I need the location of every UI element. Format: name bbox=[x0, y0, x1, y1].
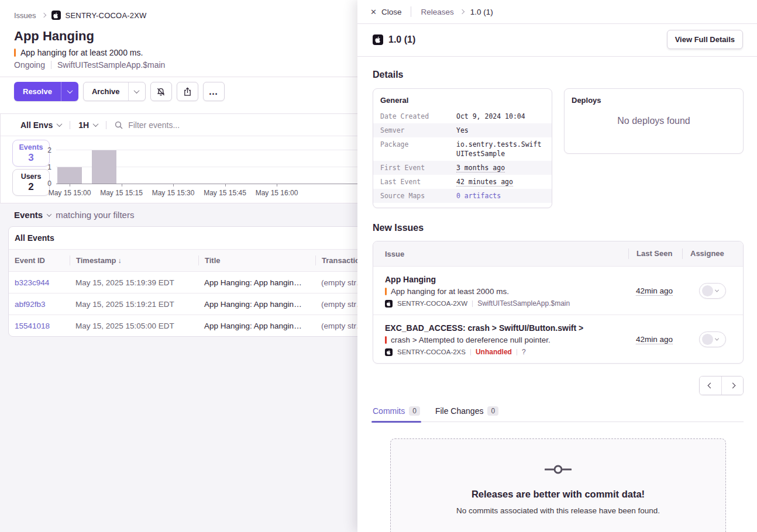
issue-row-main: App Hanging App hanging for at least 200… bbox=[373, 274, 628, 308]
release-tabs: Commits 0 File Changes 0 bbox=[373, 406, 744, 422]
general-card-title: General bbox=[373, 89, 552, 109]
event-title: App Hanging: App hangin… bbox=[198, 300, 315, 309]
archive-split-button[interactable]: Archive bbox=[83, 82, 146, 101]
general-row-label: Last Event bbox=[380, 177, 456, 186]
event-id-link[interactable]: b323c944 bbox=[15, 278, 49, 287]
issue-row: EXC_BAD_ACCESS: crash > SwiftUI/Button.s… bbox=[373, 315, 743, 363]
issue-last-seen: 42min ago bbox=[628, 335, 682, 344]
resolve-button[interactable]: Resolve bbox=[14, 82, 61, 101]
divider bbox=[517, 349, 517, 355]
chevron-left-icon bbox=[708, 383, 714, 389]
more-actions-button[interactable]: … bbox=[203, 82, 225, 101]
general-card: General Date Created Oct 9, 2024 10:04 S… bbox=[373, 88, 552, 208]
issue-row: App Hanging App hanging for at least 200… bbox=[373, 266, 743, 315]
column-title[interactable]: Title bbox=[198, 255, 315, 265]
resolve-split-button[interactable]: Resolve bbox=[14, 82, 78, 101]
chevron-right-icon bbox=[41, 13, 46, 18]
breadcrumb-short-id: SENTRY-COCOA-2XW bbox=[66, 11, 147, 20]
divider bbox=[106, 121, 106, 129]
general-row-label: Date Created bbox=[380, 112, 456, 121]
event-title: App Hanging: App hangin… bbox=[198, 278, 315, 287]
chevron-down-icon bbox=[57, 121, 63, 127]
breadcrumb-releases-link[interactable]: Releases bbox=[421, 8, 453, 16]
time-range-filter[interactable]: 1H bbox=[78, 120, 98, 130]
column-event-id[interactable]: Event ID bbox=[9, 256, 70, 265]
archive-button[interactable]: Archive bbox=[84, 82, 128, 101]
pagination-group bbox=[699, 376, 744, 395]
new-issues-heading: New Issues bbox=[373, 223, 744, 233]
next-page-button[interactable] bbox=[721, 376, 743, 395]
event-id-link[interactable]: abf92fb3 bbox=[15, 300, 46, 309]
event-timestamp: May 15, 2025 15:19:39 EDT bbox=[70, 278, 198, 287]
issue-row-title-link[interactable]: App Hanging bbox=[385, 274, 622, 285]
issue-status: Ongoing bbox=[14, 60, 45, 70]
slideover-body: Details General Date Created Oct 9, 2024… bbox=[357, 57, 757, 532]
level-warning-bar bbox=[14, 49, 16, 57]
mute-button[interactable] bbox=[150, 82, 172, 101]
view-full-details-button[interactable]: View Full Details bbox=[667, 30, 743, 49]
issue-row-main: EXC_BAD_ACCESS: crash > SwiftUI/Button.s… bbox=[373, 323, 628, 356]
general-row: Last Event 42 minutes ago bbox=[373, 175, 552, 189]
slideover-breadcrumb: Releases 1.0 (1) bbox=[421, 8, 493, 16]
tab-commits[interactable]: Commits 0 bbox=[373, 406, 420, 422]
events-chart-plot: 012May 15 15:00May 15 15:15May 15 15:30M… bbox=[56, 151, 366, 184]
divider bbox=[470, 349, 471, 355]
event-timestamp: May 15, 2025 15:05:00 EDT bbox=[70, 322, 198, 330]
column-assignee: Assignee bbox=[682, 248, 743, 259]
avatar bbox=[702, 334, 713, 345]
release-name-row: 1.0 (1) bbox=[373, 34, 415, 45]
details-heading: Details bbox=[373, 70, 744, 80]
release-version: 1.0 (1) bbox=[388, 34, 415, 45]
chevron-down-icon[interactable] bbox=[47, 212, 51, 216]
issue-context-tag: SwiftUITestSampleApp.$main bbox=[477, 299, 570, 308]
resolve-dropdown-button[interactable] bbox=[61, 82, 78, 101]
deploys-empty-message: No deploys found bbox=[565, 89, 743, 153]
issue-row-message: crash > Attempted to dereference null po… bbox=[385, 336, 622, 344]
divider bbox=[472, 300, 473, 307]
previous-page-button[interactable] bbox=[700, 376, 721, 395]
bell-slash-icon bbox=[156, 87, 166, 96]
event-id-link[interactable]: 15541018 bbox=[15, 322, 50, 330]
breadcrumb-release-version: 1.0 (1) bbox=[470, 8, 493, 16]
issue-short-id: SENTRY-COCOA-2XW bbox=[397, 300, 467, 307]
deploys-card: Deploys No deploys found bbox=[564, 88, 744, 154]
general-row-value: Yes bbox=[456, 126, 545, 135]
column-timestamp[interactable]: Timestamp↓ bbox=[70, 255, 198, 265]
issue-row-tags: SENTRY-COCOA-2XS Unhandled ? bbox=[385, 348, 622, 356]
avatar bbox=[702, 285, 713, 296]
general-row: Semver Yes bbox=[373, 123, 552, 137]
general-row: Date Created Oct 9, 2024 10:04 bbox=[373, 109, 552, 123]
share-button[interactable] bbox=[177, 82, 198, 101]
assignee-dropdown[interactable] bbox=[699, 331, 726, 347]
event-timestamp: May 15, 2025 15:19:21 EDT bbox=[70, 300, 198, 309]
assignee-dropdown[interactable] bbox=[699, 283, 726, 299]
divider bbox=[411, 6, 411, 17]
chevron-down-icon bbox=[715, 337, 719, 341]
chart-bar bbox=[92, 150, 116, 184]
source-maps-link[interactable]: 0 artifacts bbox=[456, 192, 501, 200]
general-row-label: First Event bbox=[380, 163, 456, 172]
chevron-down-icon bbox=[715, 288, 719, 292]
general-row-label: Semver bbox=[380, 126, 456, 135]
apple-platform-icon bbox=[385, 300, 393, 308]
archive-dropdown-button[interactable] bbox=[128, 82, 145, 101]
breadcrumb-issues-link[interactable]: Issues bbox=[14, 11, 36, 20]
assignee-cell bbox=[682, 331, 743, 347]
general-row-value: 3 months ago bbox=[456, 163, 545, 172]
details-grid: General Date Created Oct 9, 2024 10:04 S… bbox=[373, 88, 744, 208]
apple-platform-icon bbox=[373, 34, 383, 45]
tab-file-changes[interactable]: File Changes 0 bbox=[435, 406, 498, 422]
share-upload-icon bbox=[183, 87, 192, 96]
general-row-label: Source Maps bbox=[380, 191, 456, 201]
close-label: Close bbox=[381, 8, 402, 16]
apple-platform-icon bbox=[51, 11, 61, 20]
issue-subtitle: App hanging for at least 2000 ms. bbox=[20, 48, 143, 57]
close-button[interactable]: ✕ Close bbox=[370, 8, 401, 16]
general-row-value: 0 artifacts bbox=[456, 191, 545, 201]
new-issues-card: Issue Last Seen Assignee App Hanging App… bbox=[373, 241, 744, 364]
environment-filter[interactable]: All Envs bbox=[20, 120, 61, 130]
release-header: 1.0 (1) View Full Details bbox=[357, 24, 757, 57]
help-question-icon[interactable]: ? bbox=[522, 348, 526, 356]
issue-row-title-link[interactable]: EXC_BAD_ACCESS: crash > SwiftUI/Button.s… bbox=[385, 323, 622, 333]
issue-context: SwiftUITestSampleApp.$main bbox=[57, 60, 165, 70]
